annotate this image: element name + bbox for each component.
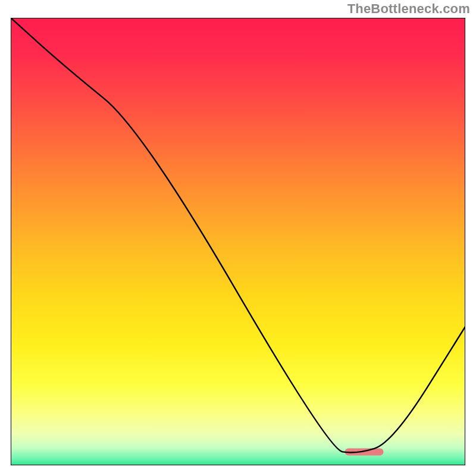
chart-container: { "watermark": "TheBottleneck.com", "cha… bbox=[0, 0, 476, 476]
plot-background bbox=[11, 18, 465, 465]
bottleneck-chart bbox=[11, 18, 465, 465]
watermark-text: TheBottleneck.com bbox=[347, 1, 470, 17]
